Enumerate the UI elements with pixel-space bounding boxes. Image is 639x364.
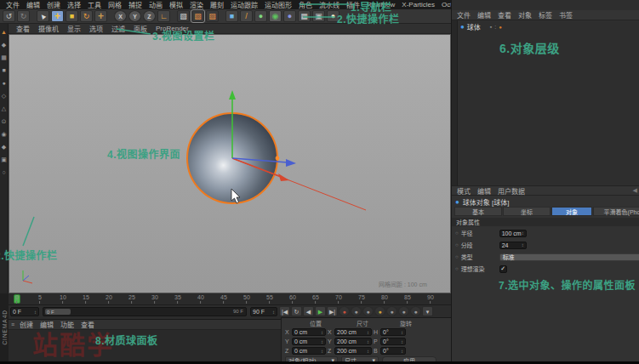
type-dropdown[interactable]: 标准: [499, 253, 639, 261]
position-x-field[interactable]: 0 cm↕: [292, 328, 326, 336]
loop-button[interactable]: ↻: [291, 306, 302, 316]
tab-basic[interactable]: 基本: [454, 207, 502, 216]
generators-icon[interactable]: ◉: [269, 10, 282, 22]
menu-item[interactable]: 角色: [295, 0, 316, 9]
rotation-b-field[interactable]: 0°↕: [380, 347, 406, 355]
goto-end-button[interactable]: ▶|: [327, 306, 338, 316]
render-view-icon[interactable]: ▧: [177, 10, 190, 22]
transform-gizmo[interactable]: [9, 34, 451, 293]
menu-item[interactable]: 工具: [84, 0, 105, 9]
size-z-field[interactable]: 200 cm↕: [334, 347, 372, 355]
record-point-level-button[interactable]: ●: [410, 306, 421, 316]
enable-axis-icon[interactable]: ⊙: [2, 118, 7, 124]
record-parameter-button[interactable]: ●: [398, 306, 409, 316]
rotation-p-field[interactable]: 0°↕: [380, 338, 406, 345]
attribute-menu-item[interactable]: 用户数据: [494, 186, 528, 196]
tab-coordinates[interactable]: 坐标: [503, 207, 551, 216]
points-mode-icon[interactable]: ●: [2, 80, 5, 86]
phong-tag-icon[interactable]: ●: [499, 25, 502, 30]
visibility-dots-icon[interactable]: :: [494, 24, 496, 30]
viewport-menu-item[interactable]: 过滤: [107, 24, 129, 33]
position-y-field[interactable]: 0 cm↕: [292, 338, 326, 345]
menu-item[interactable]: 编辑: [23, 0, 43, 9]
object-list-item[interactable]: ● 球体 ▪ : ●: [460, 22, 502, 31]
camera-icon[interactable]: ▣: [312, 10, 325, 22]
viewport-menu-item[interactable]: 查看: [12, 24, 34, 33]
viewport[interactable]: 网格间距 : 100 cm: [9, 34, 451, 293]
menu-item[interactable]: 雕刻: [207, 0, 227, 9]
lock-y-axis-icon[interactable]: Y: [128, 10, 141, 22]
viewport-solo-icon[interactable]: ◉: [1, 131, 6, 137]
object-manager-menu-item[interactable]: 标签: [535, 10, 556, 20]
lock-z-axis-icon[interactable]: Z: [143, 10, 156, 22]
pen-spline-icon[interactable]: /: [240, 10, 253, 22]
menu-item[interactable]: 运动图形: [261, 0, 295, 9]
menu-item[interactable]: X-Particles: [398, 1, 438, 9]
deformer-icon[interactable]: ●: [283, 10, 296, 22]
live-selection-icon[interactable]: ▲: [37, 10, 49, 22]
texture-mode-icon[interactable]: ▦: [1, 54, 7, 60]
record-position-button[interactable]: ●: [362, 306, 374, 316]
undo-icon[interactable]: ↺: [3, 10, 15, 22]
last-tool-icon[interactable]: +: [94, 10, 107, 22]
redo-icon[interactable]: ↻: [17, 10, 30, 22]
menu-item[interactable]: 创建: [43, 0, 64, 9]
position-z-field[interactable]: 0 cm↕: [292, 347, 326, 355]
size-y-field[interactable]: 200 cm↕: [334, 338, 372, 345]
tab-object[interactable]: 对象: [551, 207, 592, 216]
record-keyframe-button[interactable]: ●: [339, 306, 350, 316]
render-settings-icon[interactable]: ▨: [206, 10, 219, 22]
play-backward-button[interactable]: ◀: [303, 306, 314, 316]
coordinate-system-icon[interactable]: ∟: [157, 10, 170, 22]
layer-icon[interactable]: ▪: [490, 24, 492, 30]
menu-item[interactable]: 运动跟踪: [227, 0, 261, 9]
anim-dot-icon[interactable]: ○: [455, 242, 459, 247]
quantize-icon[interactable]: ○: [2, 169, 5, 175]
stepper-icon[interactable]: ↕: [272, 310, 275, 315]
model-mode-icon[interactable]: ◆: [2, 42, 6, 48]
current-frame-field[interactable]: 0 F↕: [10, 307, 39, 316]
menu-item[interactable]: 选择: [64, 0, 84, 9]
end-frame-field[interactable]: 90 F↕: [250, 307, 277, 316]
size-x-field[interactable]: 200 cm↕: [334, 328, 372, 336]
rotate-tool-icon[interactable]: ↻: [80, 10, 93, 22]
render-picture-viewer-icon[interactable]: ▧: [191, 10, 204, 22]
goto-start-button[interactable]: |◀: [279, 306, 290, 316]
range-start-handle[interactable]: 0 F: [45, 309, 71, 315]
viewport-menu-item[interactable]: 选项: [85, 24, 107, 33]
object-manager-menu-item[interactable]: 对象: [515, 10, 535, 20]
record-scale-button[interactable]: ●: [374, 306, 385, 316]
object-manager-menu-item[interactable]: 查看: [494, 10, 515, 20]
object-manager-menu-item[interactable]: 编辑: [474, 10, 494, 20]
menu-item[interactable]: 动画: [145, 0, 166, 9]
radius-field[interactable]: 100 cm↕: [499, 230, 527, 237]
autokey-button[interactable]: ●: [351, 306, 362, 316]
rotation-h-field[interactable]: 0°↕: [380, 328, 406, 336]
viewport-menu-item[interactable]: 显示: [63, 24, 85, 33]
lock-x-axis-icon[interactable]: X: [114, 10, 127, 22]
playback-options-button[interactable]: ▾: [422, 306, 433, 316]
mograph-array-icon[interactable]: ▦: [298, 10, 311, 22]
tab-phong[interactable]: 平滑着色(Phong): [593, 207, 639, 216]
render-perfect-checkbox[interactable]: ✓: [499, 265, 507, 273]
workplane-lock-icon[interactable]: ▣: [1, 156, 7, 162]
menu-item[interactable]: 文件: [3, 0, 23, 9]
stepper-icon[interactable]: ↕: [34, 310, 37, 315]
segments-field[interactable]: 24↕: [499, 242, 527, 249]
edges-mode-icon[interactable]: ◇: [2, 93, 6, 99]
enable-snap-icon[interactable]: ◆: [2, 144, 6, 150]
menu-item[interactable]: 渲染: [186, 0, 207, 9]
add-cube-icon[interactable]: ■: [225, 10, 238, 22]
play-forward-button[interactable]: ▶: [315, 306, 326, 316]
polygons-mode-icon[interactable]: △: [2, 105, 6, 111]
workplane-mode-icon[interactable]: ■: [2, 67, 5, 73]
object-manager-menu-item[interactable]: 书签: [556, 10, 576, 20]
menu-item[interactable]: 捕捉: [125, 0, 145, 9]
menu-item[interactable]: 网格: [105, 0, 125, 9]
collapse-icon[interactable]: ◀: [633, 187, 637, 194]
menu-item[interactable]: 流水线: [316, 0, 343, 9]
make-editable-icon[interactable]: ▲: [1, 29, 7, 35]
timeline-ruler[interactable]: 051015202530354045505560657075808590: [9, 293, 451, 305]
record-rotation-button[interactable]: ●: [386, 306, 397, 316]
object-manager-menu-item[interactable]: 文件: [454, 10, 474, 20]
